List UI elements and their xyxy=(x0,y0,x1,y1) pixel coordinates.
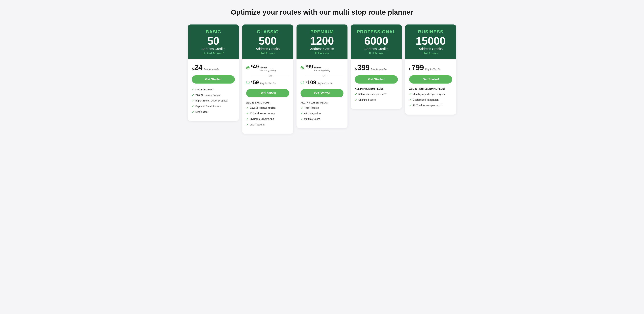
price-billing-label-premium: Recurring Billing xyxy=(314,69,330,72)
plan-body-business: $ 799 Pay As You Go Get Started ALL IN P… xyxy=(405,59,456,114)
price-section-premium: $ 99 /Month Recurring Billing OR xyxy=(300,64,344,85)
plan-card-classic: CLASSIC 500 Address Credits Full Access … xyxy=(242,24,293,134)
feature-item-basic-2: ✓ Import Excel, Drive, Dropbox xyxy=(192,99,235,103)
check-icon-classic-1: ✓ xyxy=(246,112,248,116)
price-monthly-info-classic: /Month Recurring Billing xyxy=(260,66,276,72)
price-monthly-label-classic: /Month xyxy=(260,66,276,69)
check-icon-basic-1: ✓ xyxy=(192,94,194,97)
plan-body-premium: $ 99 /Month Recurring Billing OR xyxy=(296,59,348,128)
feature-text-classic-1: 350 addresses per run xyxy=(250,112,275,115)
get-started-btn-basic[interactable]: Get Started xyxy=(192,75,235,84)
price-paygo-row-classic[interactable]: $ 59 Pay As You Go xyxy=(246,80,289,85)
features-title-business: ALL IN PROFESSIONAL PLUS: xyxy=(409,88,452,90)
price-paygo-label-premium: Pay As You Go xyxy=(318,82,333,85)
plan-credits-number-premium: 1200 xyxy=(300,36,344,46)
check-icon-classic-2: ✓ xyxy=(246,117,248,121)
price-paygo-super-premium: $ xyxy=(306,80,307,83)
plan-credits-number-basic: 50 xyxy=(191,36,236,46)
or-divider-classic: OR xyxy=(246,74,289,77)
radio-paygo-premium[interactable] xyxy=(300,81,304,84)
price-monthly-super-premium: $ xyxy=(306,64,307,67)
radio-monthly-premium[interactable] xyxy=(300,66,304,70)
plan-access-professional: Full Access xyxy=(354,52,398,55)
check-icon-professional-0: ✓ xyxy=(355,92,357,96)
feature-item-classic-3: ✓ Live Tracking xyxy=(246,123,289,127)
price-radio-group-premium: $ 99 /Month Recurring Billing OR xyxy=(300,64,344,85)
plan-access-premium: Full Access xyxy=(300,52,344,55)
or-divider-premium: OR xyxy=(300,74,344,77)
feature-item-premium-2: ✓ Multiple Users xyxy=(300,117,344,121)
price-paygo-row-premium[interactable]: $ 109 Pay As You Go xyxy=(300,80,344,85)
plan-body-basic: $ 24 Pay As You Go Get Started ✓ Limited… xyxy=(188,59,239,121)
price-paygo-wrap-premium: $ 109 Pay As You Go xyxy=(306,80,333,85)
check-icon-basic-4: ✓ xyxy=(192,110,194,114)
price-sublabel-professional: Pay As You Go xyxy=(371,68,386,70)
plan-header-classic: CLASSIC 500 Address Credits Full Access xyxy=(242,24,293,59)
plan-name-business: BUSINESS xyxy=(408,29,453,34)
price-paygo-super-classic: $ xyxy=(251,80,252,83)
plan-credits-label-professional: Address Credits xyxy=(354,47,398,51)
get-started-btn-premium[interactable]: Get Started xyxy=(300,89,344,97)
price-amount-business: 799 xyxy=(412,64,424,71)
check-icon-premium-0: ✓ xyxy=(300,106,303,110)
price-paygo-wrap-classic: $ 59 Pay As You Go xyxy=(251,80,276,85)
feature-item-premium-1: ✓ API Integration xyxy=(300,112,344,116)
features-title-professional: ALL IN PREMIUM PLUS: xyxy=(355,88,398,90)
radio-monthly-classic[interactable] xyxy=(246,66,250,70)
features-section-professional: ALL IN PREMIUM PLUS: ✓ 500 addresses per… xyxy=(355,88,398,104)
feature-text-business-2: 1000 addresses per run*** xyxy=(413,104,442,107)
check-icon-classic-3: ✓ xyxy=(246,123,248,127)
feature-text-business-0: Monthly reports upon request xyxy=(413,92,446,96)
feature-text-basic-3: Export & Email Routes xyxy=(196,104,221,108)
feature-item-basic-4: ✓ Single User xyxy=(192,110,235,114)
plan-header-premium: PREMIUM 1200 Address Credits Full Access xyxy=(296,24,348,59)
plan-card-business: BUSINESS 15000 Address Credits Full Acce… xyxy=(405,24,456,114)
get-started-btn-professional[interactable]: Get Started xyxy=(355,75,398,84)
price-monthly-wrap-premium: $ 99 /Month Recurring Billing xyxy=(306,64,330,72)
check-icon-basic-0: ✓ xyxy=(192,88,194,92)
or-text-classic: OR xyxy=(268,74,272,77)
feature-item-business-1: ✓ Customized Integration xyxy=(409,98,452,102)
radio-paygo-classic[interactable] xyxy=(246,81,250,84)
plan-name-basic: BASIC xyxy=(191,29,236,34)
price-section-business: $ 799 Pay As You Go xyxy=(409,64,452,71)
get-started-btn-classic[interactable]: Get Started xyxy=(246,89,289,97)
plan-name-classic: CLASSIC xyxy=(246,29,290,34)
feature-text-basic-0: Limited Access** xyxy=(196,88,214,91)
feature-item-classic-2: ✓ MyRoute Driver's App xyxy=(246,117,289,121)
features-title-classic: ALL IN BASIC PLUS: xyxy=(246,101,289,104)
price-monthly-label-premium: /Month xyxy=(314,66,330,69)
price-section-basic: $ 24 Pay As You Go xyxy=(192,64,235,71)
check-icon-business-1: ✓ xyxy=(409,98,412,102)
price-monthly-row-premium[interactable]: $ 99 /Month Recurring Billing xyxy=(300,64,344,72)
price-billing-label-classic: Recurring Billing xyxy=(260,69,276,72)
feature-item-professional-0: ✓ 500 addresses per run*** xyxy=(355,92,398,96)
feature-text-basic-2: Import Excel, Drive, Dropbox xyxy=(196,99,228,102)
plan-credits-label-classic: Address Credits xyxy=(246,47,290,51)
plan-credits-number-professional: 6000 xyxy=(354,36,398,46)
feature-text-premium-1: API Integration xyxy=(304,112,321,115)
plan-name-premium: PREMIUM xyxy=(300,29,344,34)
get-started-btn-business[interactable]: Get Started xyxy=(409,75,452,84)
plan-header-professional: PROFESSIONAL 6000 Address Credits Full A… xyxy=(351,24,402,59)
price-section-professional: $ 399 Pay As You Go xyxy=(355,64,398,71)
feature-item-business-0: ✓ Monthly reports upon request xyxy=(409,92,452,96)
price-monthly-amount-premium: 99 xyxy=(307,64,313,69)
feature-text-classic-2: MyRoute Driver's App xyxy=(250,117,274,120)
feature-text-professional-1: Unlimited users xyxy=(358,98,376,102)
plan-access-basic: Limited Access** xyxy=(191,52,236,55)
feature-text-basic-4: Single User xyxy=(196,110,208,114)
price-amount-professional: 399 xyxy=(357,64,370,71)
check-icon-premium-1: ✓ xyxy=(300,112,303,116)
check-icon-business-0: ✓ xyxy=(409,92,412,96)
price-monthly-wrap-classic: $ 49 /Month Recurring Billing xyxy=(251,64,276,72)
price-monthly-row-classic[interactable]: $ 49 /Month Recurring Billing xyxy=(246,64,289,72)
feature-text-classic-3: Live Tracking xyxy=(250,123,264,126)
feature-text-business-1: Customized Integration xyxy=(413,98,438,102)
features-section-premium: ALL IN CLASSIC PLUS: ✓ Truck Routes ✓ AP… xyxy=(300,101,344,123)
feature-item-business-2: ✓ 1000 addresses per run*** xyxy=(409,104,452,107)
feature-text-premium-2: Multiple Users xyxy=(304,117,320,120)
plan-credits-label-basic: Address Credits xyxy=(191,47,236,51)
price-monthly-info-premium: /Month Recurring Billing xyxy=(314,66,330,72)
check-icon-premium-2: ✓ xyxy=(300,117,303,121)
